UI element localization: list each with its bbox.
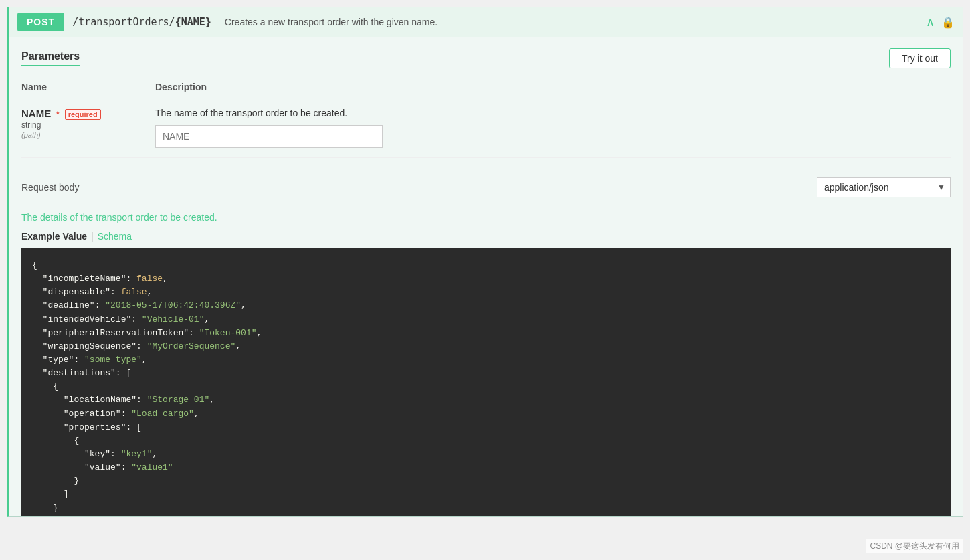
tab-divider: | (91, 231, 94, 242)
api-header: POST /transportOrders/{NAME} Creates a n… (9, 7, 963, 37)
params-section: Parameters Try it out Name Description N… (9, 37, 963, 169)
api-path-text: /transportOrders/{NAME} (72, 16, 211, 28)
lock-icon: 🔒 (941, 16, 955, 29)
example-tabs: Example Value | Schema (9, 227, 963, 248)
param-type: string (21, 120, 155, 130)
tab-example-value[interactable]: Example Value (21, 229, 87, 243)
table-row: NAME * required string (path) The name o… (21, 98, 951, 158)
params-header: Parameters Try it out (21, 48, 951, 68)
header-actions: ∧ 🔒 (926, 15, 955, 29)
param-name-input[interactable] (155, 125, 383, 148)
param-required-label: required (65, 109, 101, 120)
request-body-section: Request body application/json ▼ (9, 169, 963, 205)
path-param: {NAME} (175, 16, 211, 28)
api-path: /transportOrders/{NAME} (72, 16, 211, 28)
code-block: { "incompleteName": false, "dispensable"… (21, 248, 951, 516)
col-description-header: Description (155, 76, 951, 98)
request-body-label: Request body (21, 182, 79, 193)
code-block-wrapper: { "incompleteName": false, "dispensable"… (21, 248, 951, 516)
content-type-select[interactable]: application/json (817, 177, 951, 197)
param-location: (path) (21, 131, 155, 139)
param-required-star: * (56, 110, 60, 119)
params-title: Parameters (21, 50, 80, 66)
content-type-wrapper: application/json ▼ (817, 177, 951, 197)
param-description-text: The name of the transport order to be cr… (155, 108, 951, 118)
method-badge: POST (17, 13, 64, 31)
tab-schema[interactable]: Schema (98, 231, 132, 242)
params-table: Name Description NAME * required string (21, 76, 951, 158)
try-it-out-button[interactable]: Try it out (889, 48, 951, 68)
param-name-cell: NAME * required string (path) (21, 98, 155, 158)
api-description: Creates a new transport order with the g… (225, 17, 438, 27)
param-description-cell: The name of the transport order to be cr… (155, 98, 951, 158)
col-name-header: Name (21, 76, 155, 98)
request-body-description: The details of the transport order to be… (9, 205, 963, 227)
param-name: NAME (21, 108, 51, 119)
collapse-icon[interactable]: ∧ (926, 15, 935, 29)
watermark: CSDN @要这头发有何用 (866, 539, 963, 553)
api-block: POST /transportOrders/{NAME} Creates a n… (7, 7, 963, 517)
